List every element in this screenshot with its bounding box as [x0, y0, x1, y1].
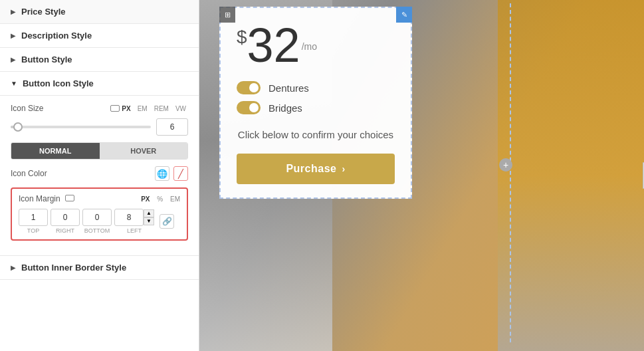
add-section-icon[interactable]: +	[499, 158, 512, 172]
card-delete-icon[interactable]: ⊞	[219, 7, 235, 23]
person-right	[498, 0, 644, 351]
right-panel: + $ 32 /mo Dentures Bridges Click below …	[199, 0, 644, 351]
margin-left-spinner: ▲ ▼	[144, 209, 154, 225]
section-price-style[interactable]: ▶ Price Style	[0, 0, 199, 24]
bridges-toggle[interactable]	[237, 101, 261, 114]
icon-color-label: Icon Color	[11, 169, 155, 178]
confirm-text: Click below to confirm your choices	[237, 128, 395, 143]
color-icons: 🌐 ╱	[155, 166, 188, 181]
state-toggle-row: NORMAL HOVER	[11, 142, 188, 160]
icon-size-slider-track[interactable]	[11, 126, 151, 128]
spinner-down[interactable]: ▼	[144, 217, 154, 225]
button-inner-border-label: Button Inner Border Style	[21, 263, 126, 273]
section-button-icon-style[interactable]: ▼ Button Icon Style	[0, 72, 199, 96]
margin-unit-tabs: PX % EM	[141, 195, 180, 203]
margin-right-label: RIGHT	[56, 227, 74, 234]
icon-size-slider-row	[11, 118, 188, 136]
pricing-card: $ 32 /mo Dentures Bridges Click below to…	[219, 7, 412, 199]
unit-rem[interactable]: REM	[152, 104, 171, 113]
button-icon-style-content: Icon Size PX EM REM VW NORMAL HOVER Icon…	[0, 96, 199, 256]
icon-color-row: Icon Color 🌐 ╱	[11, 166, 188, 181]
spinner-up[interactable]: ▲	[144, 209, 154, 217]
price-style-label: Price Style	[21, 7, 66, 17]
section-button-inner-border[interactable]: ▶ Button Inner Border Style	[0, 256, 199, 280]
icon-size-input[interactable]	[156, 118, 188, 136]
description-style-label: Description Style	[21, 31, 92, 41]
dollar-sign: $	[237, 27, 247, 48]
unit-vw[interactable]: VW	[173, 104, 188, 113]
description-style-arrow: ▶	[11, 32, 16, 39]
margin-left-wrap: ▲ ▼ LEFT	[114, 209, 154, 234]
purchase-button-label: Purchase	[286, 163, 336, 175]
margin-left-label: LEFT	[127, 227, 142, 234]
button-style-label: Button Style	[21, 55, 72, 64]
margin-monitor-icon	[65, 195, 74, 201]
color-globe-button[interactable]: 🌐	[155, 166, 169, 181]
margin-right-input[interactable]	[51, 209, 80, 226]
margin-top-wrap: TOP	[19, 209, 48, 234]
right-card-border	[510, 3, 511, 342]
section-description-style[interactable]: ▶ Description Style	[0, 24, 199, 48]
margin-bottom-label: BOTTOM	[84, 227, 110, 234]
purchase-button[interactable]: Purchase ›	[237, 154, 395, 184]
icon-size-units: PX EM REM VW	[120, 104, 188, 113]
unit-em[interactable]: EM	[136, 104, 150, 113]
monitor-icon	[110, 105, 120, 112]
price-style-arrow: ▶	[11, 8, 16, 15]
bridges-row: Bridges	[237, 101, 395, 114]
card-edit-icon[interactable]: ✎	[396, 7, 412, 23]
margin-right-wrap: RIGHT	[51, 209, 80, 234]
margin-unit-percent[interactable]: %	[157, 195, 163, 203]
margin-link-icon[interactable]: 🔗	[160, 214, 174, 229]
margin-header: Icon Margin PX % EM	[19, 194, 180, 203]
price-period: /mo	[302, 41, 317, 52]
price-display: $ 32 /mo	[237, 21, 395, 69]
icon-size-row: Icon Size PX EM REM VW	[11, 104, 188, 113]
section-button-style[interactable]: ▶ Button Style	[0, 48, 199, 72]
purchase-arrow-icon: ›	[342, 164, 345, 174]
margin-inputs: TOP RIGHT BOTTOM ▲	[19, 209, 180, 234]
margin-top-label: TOP	[27, 227, 39, 234]
margin-top-input[interactable]	[19, 209, 48, 226]
margin-left-input[interactable]	[114, 209, 144, 226]
icon-size-label: Icon Size	[11, 104, 108, 113]
button-icon-style-label: Button Icon Style	[23, 78, 94, 88]
price-number: 32	[247, 21, 300, 69]
button-inner-border-arrow: ▶	[11, 264, 16, 271]
normal-state-button[interactable]: NORMAL	[11, 143, 100, 159]
dentures-label: Dentures	[268, 82, 309, 94]
margin-bottom-input[interactable]	[82, 209, 112, 226]
bridges-label: Bridges	[268, 102, 302, 114]
icon-margin-label: Icon Margin	[19, 194, 141, 203]
hover-state-button[interactable]: HOVER	[100, 143, 188, 159]
dentures-row: Dentures	[237, 81, 395, 94]
dentures-toggle[interactable]	[237, 81, 261, 94]
color-slash-button[interactable]: ╱	[173, 166, 188, 181]
slider-thumb[interactable]	[13, 122, 23, 132]
left-panel: ▶ Price Style ▶ Description Style ▶ Butt…	[0, 0, 199, 351]
margin-bottom-wrap: BOTTOM	[82, 209, 112, 234]
button-style-arrow: ▶	[11, 56, 16, 63]
button-icon-style-arrow: ▼	[11, 80, 17, 87]
margin-unit-em[interactable]: EM	[170, 195, 180, 203]
unit-px[interactable]: PX	[120, 104, 132, 113]
margin-unit-px[interactable]: PX	[141, 195, 150, 203]
icon-margin-box: Icon Margin PX % EM TOP	[11, 187, 188, 241]
